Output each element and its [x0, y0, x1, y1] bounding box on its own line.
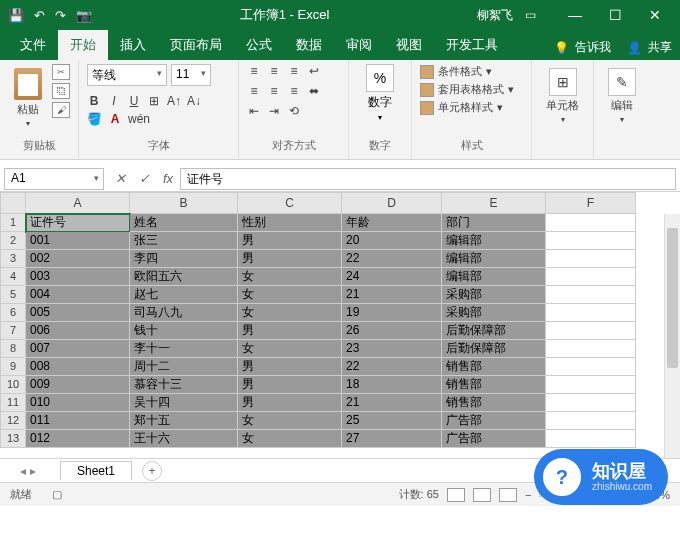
save-icon[interactable]: 💾 — [8, 8, 24, 23]
editing-button[interactable]: ✎编辑▾ — [602, 64, 642, 128]
row-header[interactable]: 7 — [0, 322, 26, 340]
row-header[interactable]: 3 — [0, 250, 26, 268]
italic-button[interactable]: I — [107, 94, 121, 108]
cell[interactable]: 004 — [26, 286, 130, 304]
number-format-button[interactable]: % 数字▾ — [357, 64, 403, 122]
cell[interactable]: 女 — [238, 268, 342, 286]
cell[interactable]: 慕容十三 — [130, 376, 238, 394]
cell[interactable]: 男 — [238, 232, 342, 250]
enter-icon[interactable]: ✓ — [132, 171, 156, 186]
formula-bar[interactable]: 证件号 — [180, 168, 676, 190]
cell[interactable]: 年龄 — [342, 214, 442, 232]
vertical-scrollbar[interactable] — [664, 214, 680, 458]
sheet-tab[interactable]: Sheet1 — [60, 461, 132, 480]
cell[interactable]: 周十二 — [130, 358, 238, 376]
underline-button[interactable]: U — [127, 94, 141, 108]
redo-icon[interactable]: ↷ — [55, 8, 66, 23]
worksheet[interactable]: ABCDEF 12345678910111213 证件号姓名性别年龄部门001张… — [0, 192, 680, 458]
cell[interactable]: 27 — [342, 430, 442, 448]
cell[interactable]: 郑十五 — [130, 412, 238, 430]
cell[interactable]: 钱十 — [130, 322, 238, 340]
cell[interactable]: 男 — [238, 358, 342, 376]
undo-icon[interactable]: ↶ — [34, 8, 45, 23]
decrease-font-icon[interactable]: A↓ — [187, 94, 201, 108]
fx-icon[interactable]: fx — [156, 171, 180, 186]
orientation-icon[interactable]: ⟲ — [287, 104, 301, 118]
new-sheet-button[interactable]: + — [142, 461, 162, 481]
cell[interactable] — [546, 250, 636, 268]
share-icon[interactable]: 👤 — [627, 41, 642, 55]
cell[interactable]: 女 — [238, 286, 342, 304]
cell[interactable] — [546, 268, 636, 286]
cell[interactable]: 005 — [26, 304, 130, 322]
share-button[interactable]: 共享 — [648, 39, 672, 56]
row-header[interactable]: 8 — [0, 340, 26, 358]
tab-insert[interactable]: 插入 — [108, 30, 158, 60]
cell[interactable]: 006 — [26, 322, 130, 340]
name-box[interactable]: A1 — [4, 168, 104, 190]
macro-record-icon[interactable]: ▢ — [52, 488, 62, 501]
cell[interactable] — [546, 412, 636, 430]
zoom-out-icon[interactable]: − — [525, 489, 531, 501]
row-header[interactable]: 5 — [0, 286, 26, 304]
cell[interactable] — [546, 340, 636, 358]
cell[interactable]: 广告部 — [442, 412, 546, 430]
cell[interactable]: 24 — [342, 268, 442, 286]
align-left-icon[interactable]: ≡ — [247, 84, 261, 98]
sheet-nav-next-icon[interactable]: ▸ — [30, 464, 36, 478]
conditional-formatting-button[interactable]: 条件格式 ▾ — [420, 64, 514, 79]
row-header[interactable]: 10 — [0, 376, 26, 394]
cell[interactable]: 欧阳五六 — [130, 268, 238, 286]
cell[interactable]: 编辑部 — [442, 232, 546, 250]
cell[interactable]: 采购部 — [442, 304, 546, 322]
cell[interactable]: 编辑部 — [442, 268, 546, 286]
camera-icon[interactable]: 📷 — [76, 8, 92, 23]
row-header[interactable]: 13 — [0, 430, 26, 448]
align-right-icon[interactable]: ≡ — [287, 84, 301, 98]
cell[interactable]: 22 — [342, 358, 442, 376]
tab-review[interactable]: 审阅 — [334, 30, 384, 60]
cell[interactable]: 销售部 — [442, 394, 546, 412]
font-name-combo[interactable]: 等线 — [87, 64, 167, 86]
cell[interactable]: 男 — [238, 322, 342, 340]
cell[interactable]: 销售部 — [442, 376, 546, 394]
tab-file[interactable]: 文件 — [8, 30, 58, 60]
increase-indent-icon[interactable]: ⇥ — [267, 104, 281, 118]
row-header[interactable]: 12 — [0, 412, 26, 430]
tab-home[interactable]: 开始 — [58, 30, 108, 60]
cell[interactable]: 007 — [26, 340, 130, 358]
cell[interactable]: 采购部 — [442, 286, 546, 304]
cell[interactable]: 23 — [342, 340, 442, 358]
cell[interactable]: 20 — [342, 232, 442, 250]
cell[interactable]: 销售部 — [442, 358, 546, 376]
cell[interactable]: 后勤保障部 — [442, 340, 546, 358]
cell[interactable]: 009 — [26, 376, 130, 394]
cell[interactable]: 性别 — [238, 214, 342, 232]
cell[interactable]: 22 — [342, 250, 442, 268]
row-header[interactable]: 4 — [0, 268, 26, 286]
decrease-indent-icon[interactable]: ⇤ — [247, 104, 261, 118]
tellme-button[interactable]: 告诉我 — [575, 39, 611, 56]
align-bottom-icon[interactable]: ≡ — [287, 64, 301, 78]
cell[interactable] — [546, 304, 636, 322]
cell[interactable]: 司马八九 — [130, 304, 238, 322]
cell[interactable]: 女 — [238, 412, 342, 430]
cell[interactable]: 011 — [26, 412, 130, 430]
cell[interactable] — [546, 214, 636, 232]
ribbon-options-icon[interactable]: ▭ — [525, 8, 536, 22]
font-size-combo[interactable]: 11 — [171, 64, 211, 86]
cell[interactable]: 女 — [238, 304, 342, 322]
sheet-nav-prev-icon[interactable]: ◂ — [20, 464, 26, 478]
col-header[interactable]: D — [342, 192, 442, 214]
tab-developer[interactable]: 开发工具 — [434, 30, 510, 60]
cell[interactable]: 李四 — [130, 250, 238, 268]
cell[interactable]: 王十六 — [130, 430, 238, 448]
tab-view[interactable]: 视图 — [384, 30, 434, 60]
cell[interactable] — [546, 376, 636, 394]
format-as-table-button[interactable]: 套用表格格式 ▾ — [420, 82, 514, 97]
font-color-button[interactable]: A — [108, 112, 122, 126]
minimize-button[interactable]: — — [558, 0, 592, 30]
cell[interactable]: 姓名 — [130, 214, 238, 232]
tab-data[interactable]: 数据 — [284, 30, 334, 60]
align-center-icon[interactable]: ≡ — [267, 84, 281, 98]
